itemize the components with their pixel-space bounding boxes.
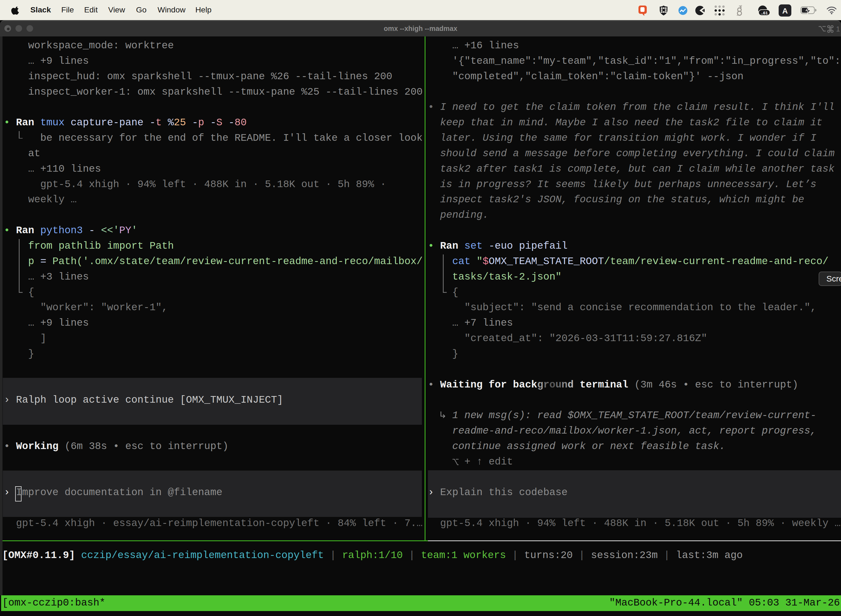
svg-text:A: A bbox=[782, 7, 788, 15]
svg-text:..61: ..61 bbox=[761, 10, 768, 15]
svg-text:1: 1 bbox=[836, 25, 840, 33]
